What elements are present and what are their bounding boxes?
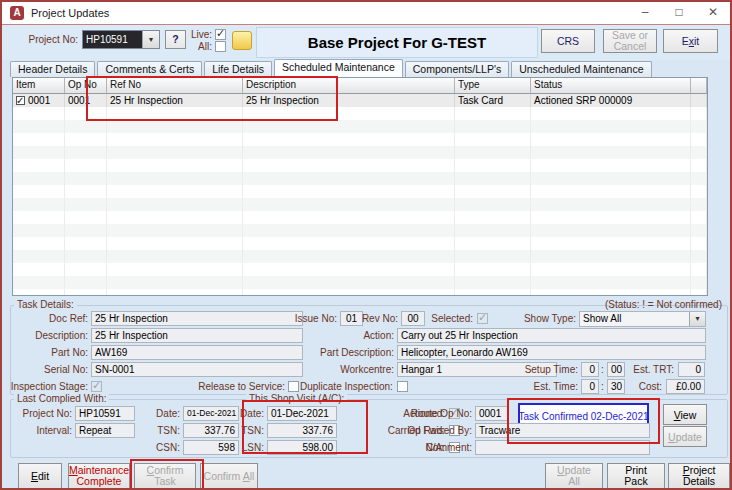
tab-scheduled-maintenance[interactable]: Scheduled Maintenance (274, 59, 403, 77)
inspection-stage-checkbox[interactable] (91, 381, 102, 392)
maintenance-complete-button[interactable]: Maintenance Complete (68, 463, 130, 489)
col-type[interactable]: Type (455, 78, 531, 93)
est-time-label: Est. Time: (520, 381, 578, 392)
sv-lsn-label: LSN: (226, 442, 264, 453)
col-description[interactable]: Description (243, 78, 455, 93)
description-label: Description: (10, 330, 88, 341)
save-or-cancel-button[interactable]: Save or Cancel (603, 29, 657, 53)
confirm-all-button[interactable]: Confirm All (200, 463, 258, 489)
chevron-down-icon[interactable]: ▾ (142, 31, 159, 48)
grid-empty-row[interactable] (13, 120, 707, 133)
save-or-cancel-line2: Cancel (614, 41, 647, 52)
sv-date-field[interactable]: 01-Dec-2021 (267, 406, 337, 421)
grid-empty-row[interactable] (13, 211, 707, 224)
est-time-hours-field[interactable]: 0 (581, 379, 599, 394)
chevron-down-icon[interactable]: ▾ (689, 312, 705, 326)
col-ref-no[interactable]: Ref No (107, 78, 243, 93)
table-row[interactable]: 0001 0001 25 Hr Inspection 25 Hr Inspect… (13, 94, 707, 107)
setup-time-hours-field[interactable]: 0 (581, 362, 599, 377)
confirm-all-label: Confirm All (204, 471, 255, 482)
close-icon[interactable]: ✕ (696, 2, 730, 24)
tab-components-llps[interactable]: Components/LLP's (405, 61, 509, 77)
page-title: Base Project For G-TEST (256, 27, 538, 58)
project-details-button[interactable]: Project Details (668, 463, 730, 489)
row-checkbox[interactable] (16, 96, 25, 105)
notes-icon[interactable] (232, 31, 252, 50)
rev-no-field[interactable]: 00 (401, 311, 425, 326)
col-op-no[interactable]: Op No (65, 78, 107, 93)
col-item[interactable]: Item (13, 78, 65, 93)
grid-empty-row[interactable] (13, 198, 707, 211)
cost-field[interactable]: £0.00 (666, 379, 705, 394)
header-strip: Project No: HP10591 ▾ ? Live: All: Base … (2, 25, 730, 60)
tab-header-details[interactable]: Header Details (10, 61, 95, 77)
route-op-no-field[interactable]: 0001 (475, 406, 509, 421)
grid-empty-row[interactable] (13, 172, 707, 185)
doc-ref-field[interactable]: 25 Hr Inspection (91, 311, 303, 326)
exit-button[interactable]: Exit (663, 29, 718, 53)
part-description-label: Part Description: (307, 347, 394, 358)
selected-checkbox[interactable] (477, 313, 488, 324)
grid-empty-row[interactable] (13, 224, 707, 237)
cell-type: Task Card (455, 94, 531, 107)
part-description-field[interactable]: Helicopter, Leonardo AW169 (397, 345, 706, 360)
tab-unscheduled-maintenance[interactable]: Unscheduled Maintenance (511, 61, 651, 77)
est-trt-field[interactable]: 0 (678, 362, 705, 377)
help-button[interactable]: ? (165, 30, 186, 49)
show-type-label: Show Type: (518, 313, 576, 324)
col-status[interactable]: Status (531, 78, 691, 93)
grid-empty-row[interactable] (13, 237, 707, 250)
print-pack-button[interactable]: Print Pack (607, 463, 665, 489)
show-type-dropdown[interactable]: Show All ▾ (579, 311, 706, 327)
tab-life-details[interactable]: Life Details (204, 61, 272, 77)
maximize-icon[interactable]: □ (662, 2, 696, 24)
op-raised-by-field[interactable]: Tracware (475, 423, 650, 438)
cell-status: Actioned SRP 000009 (531, 94, 691, 107)
task-details-title: Task Details: (14, 299, 77, 310)
cell-description: 25 Hr Inspection (243, 94, 455, 107)
exit-label: Exit (682, 36, 700, 47)
serial-no-field[interactable]: SN-0001 (91, 362, 303, 377)
action-label: Action: (342, 330, 394, 341)
project-updates-window: A Project Updates – □ ✕ Project No: HP10… (0, 0, 732, 490)
grid-empty-row[interactable] (13, 146, 707, 159)
live-checkbox[interactable] (215, 29, 226, 40)
est-time-minutes-field[interactable]: 30 (607, 379, 625, 394)
action-field[interactable]: Carry out 25 Hr Inspection (397, 328, 706, 343)
all-checkbox[interactable] (215, 41, 226, 52)
interval-label: Interval: (10, 425, 72, 436)
grid-empty-row[interactable] (13, 107, 707, 120)
grid-empty-row[interactable] (13, 185, 707, 198)
lcw-project-no-field[interactable]: HP10591 (75, 406, 135, 421)
description-field[interactable]: 25 Hr Inspection (91, 328, 303, 343)
sv-lsn-field[interactable]: 598.00 (267, 440, 337, 455)
release-to-service-checkbox[interactable] (288, 381, 299, 392)
minimize-icon[interactable]: – (628, 2, 662, 24)
setup-time-minutes-field[interactable]: 00 (607, 362, 625, 377)
grid-empty-row[interactable] (13, 159, 707, 172)
titlebar: A Project Updates – □ ✕ (2, 2, 730, 25)
grid-empty-row[interactable] (13, 263, 707, 276)
grid-empty-row[interactable] (13, 133, 707, 146)
tab-comments-certs[interactable]: Comments & Certs (97, 61, 202, 77)
cell-item: 0001 (13, 94, 65, 107)
grid-empty-row[interactable] (13, 276, 707, 289)
comment-field[interactable] (475, 440, 650, 455)
view-button[interactable]: View (663, 404, 707, 425)
sv-tsn-field[interactable]: 337.76 (267, 423, 337, 438)
interval-field[interactable]: Repeat (75, 423, 135, 438)
grid-empty-row[interactable] (13, 289, 707, 296)
project-no-value: HP10591 (83, 31, 142, 48)
crs-button[interactable]: CRS (541, 29, 595, 53)
rev-no-label: Rev No: (360, 313, 398, 324)
update-all-button[interactable]: Update All (545, 463, 603, 489)
update-button[interactable]: Update (663, 426, 707, 447)
confirm-task-button[interactable]: Confirm Task (134, 463, 196, 489)
lcw-csn-label: CSN: (142, 442, 180, 453)
edit-button[interactable]: Edit (18, 463, 62, 489)
duplicate-inspection-checkbox[interactable] (397, 381, 408, 392)
grid-empty-row[interactable] (13, 250, 707, 263)
part-no-field[interactable]: AW169 (91, 345, 303, 360)
maintenance-complete-line2: Complete (77, 476, 122, 487)
project-no-combo[interactable]: HP10591 ▾ (82, 30, 160, 49)
